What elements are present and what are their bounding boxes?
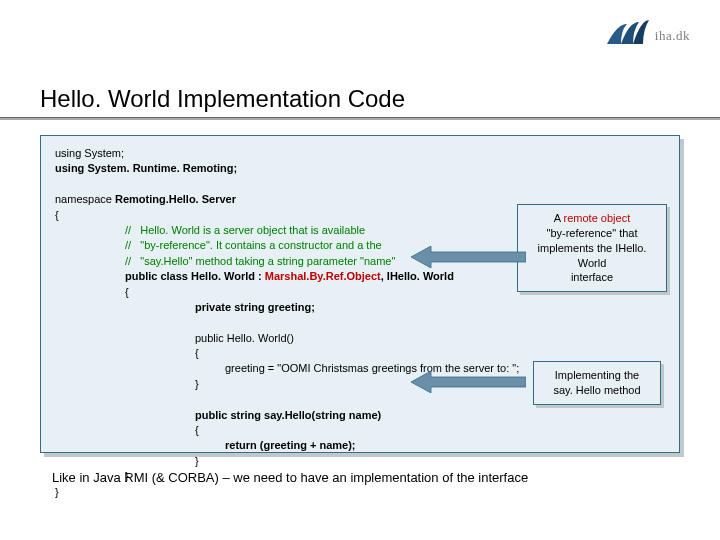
code-line: private string greeting; [55, 300, 665, 315]
code-line: public Hello. World() [55, 331, 665, 346]
code-line: } [55, 485, 665, 500]
code-line: public string say.Hello(string name) [55, 408, 665, 423]
slide-title: Hello. World Implementation Code [40, 85, 405, 113]
header: iha.dk [607, 20, 690, 52]
callout-say-hello: Implementing the say. Hello method [533, 361, 661, 405]
code-line: using System. Runtime. Remoting; [55, 161, 665, 176]
code-line: using System; [55, 146, 665, 161]
callout-remote-object: A remote object "by-reference" that impl… [517, 204, 667, 292]
code-line: { [55, 423, 665, 438]
iha-logo-icon [607, 20, 649, 52]
footnote: Like in Java RMI (& CORBA) – we need to … [52, 470, 528, 485]
code-panel: using System; using System. Runtime. Rem… [40, 135, 680, 453]
title-divider [0, 117, 720, 120]
code-line: return (greeting + name); [55, 438, 665, 453]
code-line: } [55, 454, 665, 469]
code-line: { [55, 346, 665, 361]
brand-text: iha.dk [655, 28, 690, 44]
